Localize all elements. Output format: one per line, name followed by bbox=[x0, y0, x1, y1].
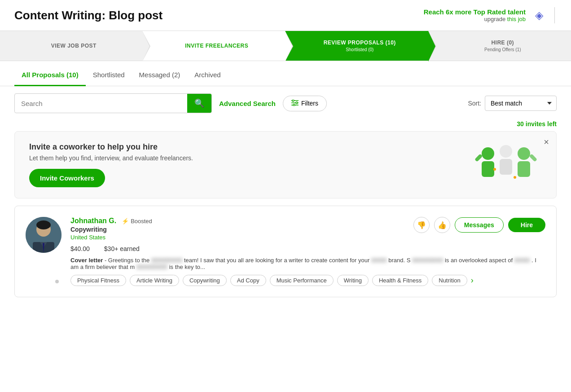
tabs-bar: All Proposals (10) Shortlisted Messaged … bbox=[0, 65, 571, 86]
coworker-banner-title: Invite a coworker to help you hire bbox=[29, 142, 193, 152]
cover-letter-label: Cover letter bbox=[70, 257, 103, 264]
hire-button[interactable]: Hire bbox=[508, 218, 545, 232]
svg-point-5 bbox=[293, 104, 295, 106]
cover-letter-blurred-2: XXXX bbox=[371, 257, 387, 264]
cover-letter-intro: - Greetings to the bbox=[105, 257, 151, 264]
page-title: Content Writing: Blog post bbox=[14, 9, 163, 22]
freelancer-rate: $40.00 bbox=[70, 245, 90, 252]
step-review-label: REVIEW PROPOSALS (10) bbox=[324, 40, 396, 46]
advanced-search-link[interactable]: Advanced Search bbox=[219, 100, 276, 107]
filters-icon bbox=[291, 100, 299, 107]
cover-letter-mid: team! I saw that you all are looking for… bbox=[184, 257, 371, 264]
freelancer-skill: Copywriting bbox=[70, 226, 152, 233]
skill-tag-health-fitness[interactable]: Health & Fitness bbox=[372, 275, 428, 286]
skills-row: Physical Fitness Article Writing Copywri… bbox=[70, 275, 545, 286]
avatar-wrap bbox=[26, 217, 61, 286]
boosted-badge: ⚡ Boosted bbox=[122, 218, 152, 225]
svg-rect-8 bbox=[474, 154, 483, 162]
freelancer-earned: $30+ earned bbox=[104, 245, 140, 252]
svg-point-18 bbox=[36, 220, 51, 229]
tab-all-proposals[interactable]: All Proposals (10) bbox=[14, 65, 86, 86]
freelancer-location: United States bbox=[70, 234, 152, 241]
svg-rect-13 bbox=[529, 154, 537, 162]
cover-letter-mid3: is an overlooked aspect of bbox=[445, 257, 514, 264]
skill-tag-writing[interactable]: Writing bbox=[337, 275, 369, 286]
svg-point-14 bbox=[493, 168, 496, 171]
svg-point-11 bbox=[518, 147, 530, 160]
step-hire-sublabel: Pending Offers (1) bbox=[484, 47, 521, 52]
coworker-illustration bbox=[470, 142, 542, 187]
step-invite-label: INVITE FREELANCERS bbox=[185, 43, 248, 49]
online-indicator bbox=[54, 279, 60, 284]
skill-tag-music-performance[interactable]: Music Performance bbox=[270, 275, 334, 286]
skill-tag-copywriting[interactable]: Copywriting bbox=[183, 275, 227, 286]
pipeline-step-invite[interactable]: INVITE FREELANCERS bbox=[142, 31, 286, 61]
pipeline-nav: VIEW JOB POST INVITE FREELANCERS REVIEW … bbox=[0, 31, 571, 61]
svg-point-3 bbox=[296, 102, 298, 104]
proposal-card: Johnathan G. ⚡ Boosted Copywriting Unite… bbox=[14, 206, 557, 297]
proposal-main: Johnathan G. ⚡ Boosted Copywriting Unite… bbox=[70, 217, 545, 286]
avatar bbox=[26, 217, 61, 253]
freelancer-name[interactable]: Johnathan G. bbox=[70, 217, 116, 225]
header: Content Writing: Blog post Reach 6x more… bbox=[0, 0, 571, 31]
proposal-top: Johnathan G. ⚡ Boosted Copywriting Unite… bbox=[70, 217, 545, 241]
freelancer-name-row: Johnathan G. ⚡ Boosted bbox=[70, 217, 152, 225]
close-banner-button[interactable]: × bbox=[544, 137, 549, 147]
lightning-icon: ⚡ bbox=[122, 218, 129, 225]
svg-point-1 bbox=[292, 100, 294, 101]
diamond-icon[interactable]: ◈ bbox=[531, 7, 547, 23]
cover-letter-blurred-3: XXXXXXXX bbox=[412, 257, 443, 264]
skill-tag-article-writing[interactable]: Article Writing bbox=[130, 275, 179, 286]
step-view-job-label: VIEW JOB POST bbox=[51, 43, 97, 49]
svg-rect-7 bbox=[482, 161, 494, 177]
svg-rect-12 bbox=[518, 161, 530, 177]
header-right: Reach 6x more Top Rated talent upgrade t… bbox=[424, 7, 557, 23]
cover-letter-end: is the key to... bbox=[169, 264, 205, 270]
coworker-banner-desc: Let them help you find, interview, and e… bbox=[29, 154, 193, 162]
search-icon: 🔍 bbox=[194, 99, 204, 108]
coworker-banner: Invite a coworker to help you hire Let t… bbox=[14, 131, 557, 198]
search-area: 🔍 Advanced Search Filters Sort: Best mat… bbox=[0, 86, 571, 120]
pipeline-step-review[interactable]: REVIEW PROPOSALS (10) Shortlisted (0) bbox=[285, 31, 428, 61]
freelancer-info: Johnathan G. ⚡ Boosted Copywriting Unite… bbox=[70, 217, 152, 241]
cover-letter-mid2: brand. S bbox=[388, 257, 410, 264]
like-button[interactable]: 👍 bbox=[434, 217, 450, 233]
cover-letter-blurred-4: XXXX bbox=[514, 257, 530, 264]
cover-letter-blurred-1: XXXXXXXX bbox=[151, 257, 182, 264]
upgrade-link[interactable]: this job bbox=[507, 16, 526, 22]
proposal-actions: 👎 👍 Messages Hire bbox=[413, 217, 545, 233]
messages-button[interactable]: Messages bbox=[455, 217, 504, 233]
cover-letter-text: Cover letter - Greetings to the XXXXXXXX… bbox=[70, 257, 545, 270]
dislike-button[interactable]: 👎 bbox=[413, 217, 430, 233]
filters-button[interactable]: Filters bbox=[283, 96, 327, 111]
svg-point-9 bbox=[500, 145, 512, 158]
tab-messaged[interactable]: Messaged (2) bbox=[132, 65, 188, 86]
sort-area: Sort: Best match Newest first Oldest fir… bbox=[468, 96, 557, 111]
upgrade-text: Reach 6x more Top Rated talent upgrade t… bbox=[424, 8, 526, 22]
skill-tag-nutrition[interactable]: Nutrition bbox=[432, 275, 467, 286]
pipeline-step-hire[interactable]: HIRE (0) Pending Offers (1) bbox=[428, 31, 571, 61]
boosted-label: Boosted bbox=[131, 218, 152, 225]
tab-shortlisted[interactable]: Shortlisted bbox=[86, 65, 132, 86]
coworker-banner-left: Invite a coworker to help you hire Let t… bbox=[29, 142, 193, 187]
svg-point-6 bbox=[482, 147, 494, 160]
step-hire-label: HIRE (0) bbox=[491, 40, 514, 46]
invites-count: 30 invites left bbox=[517, 120, 557, 128]
search-input[interactable] bbox=[15, 95, 187, 112]
skill-tag-physical-fitness[interactable]: Physical Fitness bbox=[70, 275, 126, 286]
skills-more-button[interactable]: › bbox=[471, 276, 474, 285]
upgrade-bottom-label: upgrade this job bbox=[424, 16, 526, 22]
svg-point-15 bbox=[514, 176, 516, 179]
invite-coworkers-button[interactable]: Invite Coworkers bbox=[29, 169, 105, 187]
search-button[interactable]: 🔍 bbox=[187, 94, 211, 113]
invites-left: 30 invites left bbox=[0, 120, 571, 131]
cover-letter-blurred-5: XXXXXXXX bbox=[136, 264, 167, 270]
pipeline-step-view-job[interactable]: VIEW JOB POST bbox=[0, 31, 142, 61]
divider bbox=[554, 7, 555, 23]
upgrade-top-label: Reach 6x more Top Rated talent bbox=[424, 8, 526, 16]
thumbs-down-icon: 👎 bbox=[417, 221, 426, 229]
tab-archived[interactable]: Archived bbox=[187, 65, 228, 86]
search-input-wrap: 🔍 bbox=[14, 93, 212, 113]
sort-select[interactable]: Best match Newest first Oldest first Hig… bbox=[485, 96, 557, 111]
skill-tag-ad-copy[interactable]: Ad Copy bbox=[230, 275, 266, 286]
